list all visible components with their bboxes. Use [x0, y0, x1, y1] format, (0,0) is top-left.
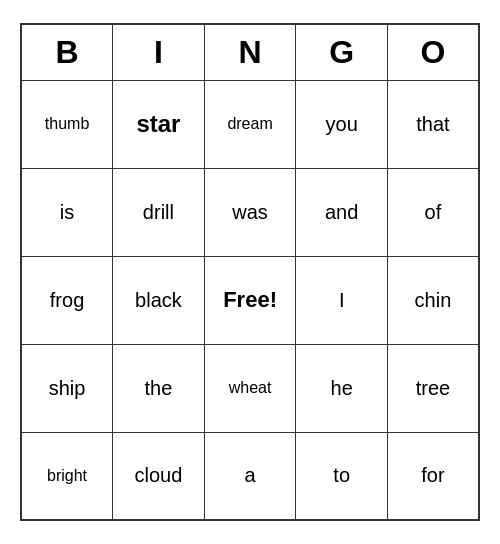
cell-label: wheat: [229, 379, 272, 396]
bingo-row-0: thumbstardreamyouthat: [21, 80, 479, 168]
cell-label: a: [245, 464, 256, 486]
cell-label: was: [232, 201, 268, 223]
cell-label: you: [326, 113, 358, 135]
cell-label: dream: [227, 115, 272, 132]
cell-label: black: [135, 289, 182, 311]
bingo-cell-4-2[interactable]: a: [204, 432, 296, 520]
cell-label: tree: [416, 377, 450, 399]
bingo-cell-2-1[interactable]: black: [113, 256, 205, 344]
bingo-row-4: brightcloudatofor: [21, 432, 479, 520]
cell-label: chin: [415, 289, 452, 311]
cell-label: frog: [50, 289, 84, 311]
bingo-cell-3-0[interactable]: ship: [21, 344, 113, 432]
cell-label: for: [421, 464, 444, 486]
bingo-cell-3-1[interactable]: the: [113, 344, 205, 432]
bingo-cell-1-3[interactable]: and: [296, 168, 388, 256]
bingo-cell-0-1[interactable]: star: [113, 80, 205, 168]
bingo-cell-2-3[interactable]: I: [296, 256, 388, 344]
cell-label: star: [136, 110, 180, 137]
header-b: B: [21, 24, 113, 80]
cell-label: I: [339, 289, 345, 311]
cell-label: thumb: [45, 115, 89, 132]
header-i: I: [113, 24, 205, 80]
bingo-cell-3-2[interactable]: wheat: [204, 344, 296, 432]
bingo-cell-4-0[interactable]: bright: [21, 432, 113, 520]
bingo-cell-2-4[interactable]: chin: [387, 256, 479, 344]
bingo-cell-2-2[interactable]: Free!: [204, 256, 296, 344]
cell-label: is: [60, 201, 74, 223]
bingo-cell-4-1[interactable]: cloud: [113, 432, 205, 520]
bingo-cell-1-1[interactable]: drill: [113, 168, 205, 256]
bingo-cell-3-3[interactable]: he: [296, 344, 388, 432]
bingo-row-3: shipthewheathetree: [21, 344, 479, 432]
cell-label: he: [331, 377, 353, 399]
bingo-card: B I N G O thumbstardreamyouthatisdrillwa…: [20, 23, 480, 521]
cell-label: to: [333, 464, 350, 486]
bingo-cell-0-4[interactable]: that: [387, 80, 479, 168]
bingo-cell-0-0[interactable]: thumb: [21, 80, 113, 168]
bingo-cell-1-2[interactable]: was: [204, 168, 296, 256]
bingo-row-1: isdrillwasandof: [21, 168, 479, 256]
cell-label: the: [145, 377, 173, 399]
cell-label: that: [416, 113, 449, 135]
header-g: G: [296, 24, 388, 80]
header-n: N: [204, 24, 296, 80]
bingo-cell-3-4[interactable]: tree: [387, 344, 479, 432]
bingo-body: thumbstardreamyouthatisdrillwasandoffrog…: [21, 80, 479, 520]
cell-label: of: [425, 201, 442, 223]
bingo-cell-4-3[interactable]: to: [296, 432, 388, 520]
bingo-cell-0-3[interactable]: you: [296, 80, 388, 168]
cell-label: Free!: [223, 287, 277, 312]
bingo-cell-1-0[interactable]: is: [21, 168, 113, 256]
bingo-cell-0-2[interactable]: dream: [204, 80, 296, 168]
cell-label: cloud: [135, 464, 183, 486]
cell-label: bright: [47, 467, 87, 484]
bingo-row-2: frogblackFree!Ichin: [21, 256, 479, 344]
cell-label: and: [325, 201, 358, 223]
cell-label: ship: [49, 377, 86, 399]
bingo-cell-2-0[interactable]: frog: [21, 256, 113, 344]
cell-label: drill: [143, 201, 174, 223]
bingo-header-row: B I N G O: [21, 24, 479, 80]
bingo-cell-4-4[interactable]: for: [387, 432, 479, 520]
header-o: O: [387, 24, 479, 80]
bingo-cell-1-4[interactable]: of: [387, 168, 479, 256]
